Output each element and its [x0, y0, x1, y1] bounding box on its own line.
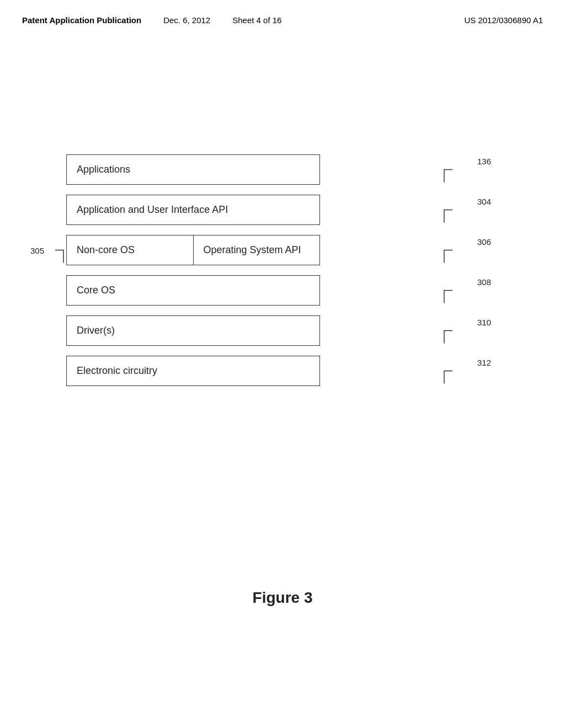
- diagram-container: Applications 136 Application and User In…: [66, 154, 441, 396]
- ref-312-label: 312: [477, 358, 491, 367]
- split-box: Non-core OS Operating System API: [66, 235, 320, 265]
- ref-305-indicator: [41, 235, 66, 265]
- box-row-circuitry: Electronic circuitry 312: [66, 356, 441, 386]
- noncore-os-label: Non-core OS: [77, 244, 135, 255]
- ref-136-label: 136: [477, 157, 491, 166]
- ref-304-label: 304: [477, 197, 491, 206]
- box-row-coreos: Core OS 308: [66, 275, 441, 306]
- drivers-label: Driver(s): [77, 325, 115, 336]
- page-header: Patent Application Publication Dec. 6, 2…: [0, 0, 565, 25]
- drivers-box: Driver(s): [66, 315, 320, 346]
- coreos-box: Core OS: [66, 275, 320, 306]
- patent-number: US 2012/0306890 A1: [464, 15, 543, 25]
- box-row-applications: Applications 136: [66, 154, 441, 185]
- applications-box: Applications: [66, 154, 320, 185]
- box-row-drivers: Driver(s) 310: [66, 315, 441, 346]
- os-api-box: Operating System API: [194, 235, 321, 265]
- box-row-api: Application and User Interface API 304: [66, 195, 441, 225]
- coreos-label: Core OS: [77, 285, 115, 296]
- ref-310-label: 310: [477, 318, 491, 327]
- box-row-split: 305 Non-core OS Operating System API 306: [66, 235, 441, 265]
- os-api-label: Operating System API: [204, 244, 301, 255]
- header-date: Dec. 6, 2012: [163, 15, 210, 25]
- figure-caption: Figure 3: [253, 589, 313, 607]
- ref-306-label: 306: [477, 237, 491, 247]
- api-box: Application and User Interface API: [66, 195, 320, 225]
- applications-label: Applications: [77, 164, 130, 175]
- header-sheet: Sheet 4 of 16: [232, 15, 281, 25]
- noncore-os-box: Non-core OS: [66, 235, 194, 265]
- patent-label: Patent Application Publication: [22, 15, 141, 25]
- circuitry-box: Electronic circuitry: [66, 356, 320, 386]
- circuitry-label: Electronic circuitry: [77, 365, 157, 376]
- api-label: Application and User Interface API: [77, 204, 228, 215]
- ref-308-label: 308: [477, 277, 491, 287]
